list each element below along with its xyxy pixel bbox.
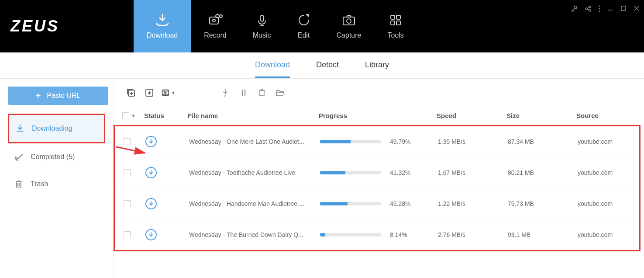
single-download-button[interactable]	[142, 86, 156, 100]
row-size: 80.21 MB	[508, 169, 578, 176]
header-size[interactable]: Size	[506, 112, 576, 119]
svg-rect-5	[343, 17, 355, 25]
window-controls	[571, 5, 640, 14]
table-row[interactable]: Wednesday - The Burned Down Dairy Q... 8…	[115, 219, 639, 250]
maximize-icon[interactable]	[620, 5, 627, 14]
nav-tab-music[interactable]: Music	[240, 0, 284, 52]
trash-icon	[14, 179, 24, 189]
nav-tab-tools[interactable]: Tools	[374, 0, 417, 52]
svg-rect-19	[621, 6, 626, 10]
sidebar-item-label: Downloading	[32, 125, 72, 132]
svg-point-16	[599, 8, 600, 10]
record-icon	[208, 13, 223, 27]
completed-icon	[14, 152, 24, 162]
open-folder-button[interactable]	[273, 86, 287, 100]
row-source: youtube.com	[578, 200, 630, 207]
progress-text: 8.14%	[390, 231, 407, 238]
header: ZEUS Download Record Music Edit	[0, 0, 644, 52]
toolbar	[114, 79, 644, 107]
select-all-checkbox[interactable]	[122, 112, 129, 119]
video-format-button[interactable]	[161, 86, 175, 100]
nav-tab-label: Edit	[298, 31, 310, 39]
nav-tab-record[interactable]: Record	[191, 0, 240, 52]
header-status[interactable]: Status	[144, 112, 188, 119]
nav-tab-label: Download	[147, 31, 178, 39]
nav-tab-download[interactable]: Download	[134, 0, 191, 52]
minimize-icon[interactable]	[607, 5, 613, 14]
svg-point-14	[589, 10, 591, 11]
row-checkbox[interactable]	[124, 200, 131, 207]
paste-url-label: Paste URL	[47, 92, 80, 100]
row-source: youtube.com	[578, 169, 630, 176]
row-filename: Wednesday - Toothache Audiotree Live	[189, 169, 320, 176]
header-source[interactable]: Source	[576, 112, 629, 119]
row-filename: Wednesday - One More Last One Audiot...	[189, 138, 320, 145]
sidebar-item-completed[interactable]: Completed (5)	[8, 143, 105, 170]
progress-bar	[320, 233, 381, 236]
resume-button[interactable]	[218, 86, 232, 100]
nav-tab-label: Record	[204, 31, 227, 39]
svg-point-13	[589, 6, 591, 8]
svg-rect-8	[396, 15, 400, 19]
row-speed: 2.76 MB/s	[438, 231, 508, 238]
nav-tab-label: Tools	[387, 31, 403, 39]
svg-point-12	[585, 8, 587, 10]
tools-icon	[389, 13, 402, 27]
batch-download-button[interactable]	[124, 86, 138, 100]
paste-url-button[interactable]: + Paste URL	[8, 87, 108, 105]
row-size: 93.1 MB	[508, 231, 578, 238]
sub-tabs: Download Detect Library	[0, 52, 644, 79]
sub-tab-library[interactable]: Library	[365, 53, 389, 78]
progress-text: 49.79%	[390, 138, 410, 145]
sidebar-item-downloading[interactable]: Downloading	[8, 114, 105, 143]
header-filename[interactable]: File name	[188, 112, 319, 119]
svg-rect-10	[396, 21, 400, 25]
sub-tab-download[interactable]: Download	[255, 53, 290, 78]
svg-point-15	[599, 6, 600, 7]
row-checkbox[interactable]	[124, 138, 131, 145]
download-rows: Wednesday - One More Last One Audiot... …	[114, 125, 641, 251]
row-source: youtube.com	[578, 231, 630, 238]
svg-point-1	[213, 19, 215, 22]
chevron-down-icon[interactable]: ▼	[131, 113, 136, 118]
menu-icon[interactable]	[599, 5, 600, 14]
row-filename: Wednesday - Handsome Man Audiotree ...	[189, 200, 320, 207]
table-row[interactable]: Wednesday - Toothache Audiotree Live 41.…	[115, 157, 639, 188]
progress-text: 45.28%	[390, 200, 410, 207]
row-progress: 49.79%	[320, 138, 438, 145]
sidebar-item-label: Completed (5)	[31, 153, 75, 161]
download-icon	[155, 13, 170, 27]
sub-tab-detect[interactable]: Detect	[316, 53, 339, 78]
sidebar-item-label: Trash	[31, 180, 48, 188]
nav-tab-label: Music	[253, 31, 271, 39]
row-checkbox[interactable]	[124, 169, 131, 176]
progress-bar	[320, 140, 381, 143]
nav-tab-capture[interactable]: Capture	[324, 0, 375, 52]
key-icon[interactable]	[571, 5, 578, 14]
main: + Paste URL Downloading Completed (5) Tr…	[0, 79, 644, 278]
music-icon	[255, 13, 269, 27]
svg-rect-9	[391, 21, 395, 25]
share-icon[interactable]	[585, 5, 592, 14]
progress-bar	[320, 202, 381, 205]
downloading-status-icon	[145, 167, 157, 178]
close-icon[interactable]	[634, 5, 640, 14]
row-filename: Wednesday - The Burned Down Dairy Q...	[189, 231, 320, 238]
header-speed[interactable]: Speed	[437, 112, 506, 119]
row-checkbox[interactable]	[124, 231, 131, 238]
nav-tab-edit[interactable]: Edit	[284, 0, 324, 52]
header-progress[interactable]: Progress	[319, 112, 437, 119]
table-row[interactable]: Wednesday - One More Last One Audiot... …	[115, 126, 639, 157]
row-source: youtube.com	[578, 138, 630, 145]
svg-rect-7	[391, 15, 395, 19]
row-size: 87.34 MB	[508, 138, 578, 145]
pause-button[interactable]	[237, 86, 251, 100]
app-logo: ZEUS	[10, 17, 59, 35]
table-row[interactable]: Wednesday - Handsome Man Audiotree ... 4…	[115, 188, 639, 219]
svg-point-6	[347, 19, 351, 23]
row-progress: 8.14%	[320, 231, 438, 238]
edit-icon	[297, 13, 310, 27]
capture-icon	[341, 13, 356, 27]
sidebar-item-trash[interactable]: Trash	[8, 170, 105, 198]
delete-button[interactable]	[255, 86, 269, 100]
